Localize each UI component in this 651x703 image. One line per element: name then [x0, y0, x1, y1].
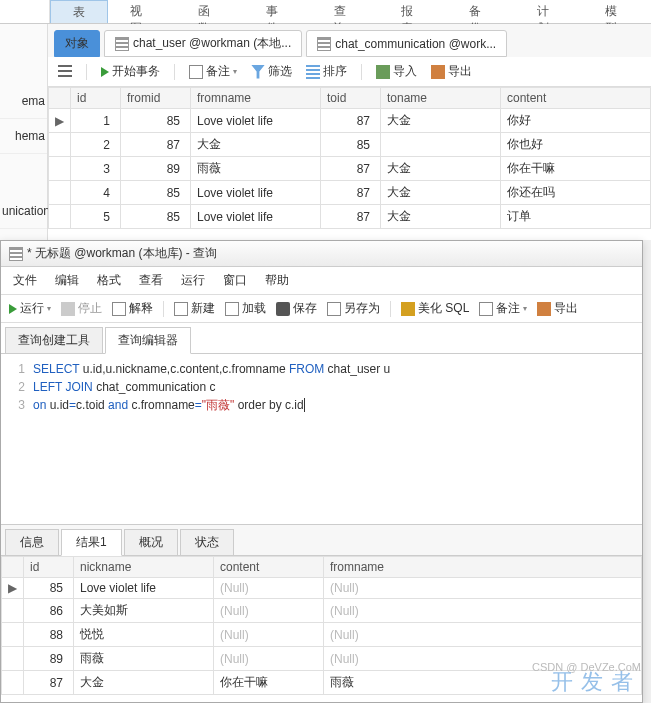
sidebar-item[interactable]: unication — [0, 194, 47, 229]
tab-objects[interactable]: 对象 — [54, 30, 100, 57]
header-row: id fromid fromname toid toname content — [49, 88, 651, 109]
watermark-small: CSDN @ DeVZe.CoM — [532, 661, 641, 673]
begin-transaction-button[interactable]: 开始事务 — [101, 63, 160, 80]
menu-plan[interactable]: 计划 — [515, 0, 583, 23]
result-tabs: 信息 结果1 概况 状态 — [1, 524, 642, 556]
menu-model[interactable]: 模型 — [583, 0, 651, 23]
play-icon — [101, 67, 109, 77]
table-row[interactable]: 87大金你在干嘛雨薇 — [2, 671, 642, 695]
export-button[interactable]: 导出 — [537, 300, 578, 317]
table-icon — [317, 37, 331, 51]
tab-query-builder[interactable]: 查询创建工具 — [5, 327, 103, 353]
window-titlebar[interactable]: * 无标题 @workman (本地库) - 查询 — [1, 241, 642, 267]
object-tabs: 对象 chat_user @workman (本地... chat_commun… — [48, 24, 651, 57]
doc-icon — [479, 302, 493, 316]
stop-button: 停止 — [61, 300, 102, 317]
menu-help[interactable]: 帮助 — [265, 272, 289, 289]
explain-icon — [112, 302, 126, 316]
explain-button[interactable]: 解释 — [112, 300, 153, 317]
save-button[interactable]: 保存 — [276, 300, 317, 317]
table-row[interactable]: 88悦悦(Null)(Null) — [2, 623, 642, 647]
table-row[interactable]: 585Love violet life87大金订单 — [49, 205, 651, 229]
result-grid[interactable]: id nickname content fromname ▶85Love vio… — [1, 556, 642, 695]
funnel-icon — [251, 65, 265, 79]
table-row[interactable]: 389雨薇87大金你在干嘛 — [49, 157, 651, 181]
query-icon — [9, 247, 23, 261]
menu-function[interactable]: 函数 — [176, 0, 244, 23]
top-menu: 表 视图 函数 事件 查询 报表 备份 计划 模型 — [0, 0, 651, 24]
tab-profile[interactable]: 概况 — [124, 529, 178, 555]
table-icon — [115, 37, 129, 51]
query-window: * 无标题 @workman (本地库) - 查询 文件 编辑 格式 查看 运行… — [0, 240, 643, 703]
tab-status[interactable]: 状态 — [180, 529, 234, 555]
tab-query-editor[interactable]: 查询编辑器 — [105, 327, 191, 354]
note-button[interactable]: 备注▾ — [189, 63, 237, 80]
new-button[interactable]: 新建 — [174, 300, 215, 317]
import-icon — [376, 65, 390, 79]
menu-run[interactable]: 运行 — [181, 272, 205, 289]
sql-editor[interactable]: 1SELECT u.id,u.nickname,c.content,c.from… — [1, 354, 642, 524]
load-button[interactable]: 加载 — [225, 300, 266, 317]
menu-edit[interactable]: 编辑 — [55, 272, 79, 289]
menu-view[interactable]: 视图 — [108, 0, 176, 23]
menu-report[interactable]: 报表 — [379, 0, 447, 23]
query-tabs: 查询创建工具 查询编辑器 — [1, 323, 642, 354]
note-button[interactable]: 备注▾ — [479, 300, 527, 317]
sidebar: ema hema unication — [0, 24, 48, 240]
tab-result1[interactable]: 结果1 — [61, 529, 122, 556]
load-icon — [225, 302, 239, 316]
sidebar-item[interactable]: ema — [0, 84, 47, 119]
menu-view[interactable]: 查看 — [139, 272, 163, 289]
sidebar-item[interactable]: hema — [0, 119, 47, 154]
export-icon — [431, 65, 445, 79]
sort-icon — [306, 65, 320, 79]
stop-icon — [61, 302, 75, 316]
menu-icon[interactable] — [58, 65, 72, 79]
menu-query[interactable]: 查询 — [312, 0, 380, 23]
doc-icon — [189, 65, 203, 79]
grid-toolbar: 开始事务 备注▾ 筛选 排序 导入 导出 — [48, 57, 651, 87]
menu-event[interactable]: 事件 — [244, 0, 312, 23]
saveas-icon — [327, 302, 341, 316]
export-icon — [537, 302, 551, 316]
menu-backup[interactable]: 备份 — [447, 0, 515, 23]
query-toolbar: 运行▾ 停止 解释 新建 加载 保存 另存为 美化 SQL 备注▾ 导出 — [1, 295, 642, 323]
beautify-button[interactable]: 美化 SQL — [401, 300, 469, 317]
query-menubar: 文件 编辑 格式 查看 运行 窗口 帮助 — [1, 267, 642, 295]
menu-table[interactable]: 表 — [50, 0, 108, 23]
filter-button[interactable]: 筛选 — [251, 63, 292, 80]
sort-button[interactable]: 排序 — [306, 63, 347, 80]
table-row[interactable]: 86大美如斯(Null)(Null) — [2, 599, 642, 623]
play-icon — [9, 304, 17, 314]
import-button[interactable]: 导入 — [376, 63, 417, 80]
saveas-button[interactable]: 另存为 — [327, 300, 380, 317]
wand-icon — [401, 302, 415, 316]
table-row[interactable]: 485Love violet life87大金你还在吗 — [49, 181, 651, 205]
menu-window[interactable]: 窗口 — [223, 272, 247, 289]
tab-chat-user[interactable]: chat_user @workman (本地... — [104, 30, 302, 57]
table-row[interactable]: ▶85Love violet life(Null)(Null) — [2, 578, 642, 599]
tab-info[interactable]: 信息 — [5, 529, 59, 555]
table-row[interactable]: ▶185Love violet life87大金你好 — [49, 109, 651, 133]
data-grid[interactable]: id fromid fromname toid toname content ▶… — [48, 87, 651, 229]
table-row[interactable]: 287大金85你也好 — [49, 133, 651, 157]
save-icon — [276, 302, 290, 316]
menu-format[interactable]: 格式 — [97, 272, 121, 289]
run-button[interactable]: 运行▾ — [9, 300, 51, 317]
new-icon — [174, 302, 188, 316]
window-title: * 无标题 @workman (本地库) - 查询 — [27, 245, 217, 262]
header-row: id nickname content fromname — [2, 557, 642, 578]
menu-file[interactable]: 文件 — [13, 272, 37, 289]
tab-chat-communication[interactable]: chat_communication @work... — [306, 30, 507, 57]
export-button[interactable]: 导出 — [431, 63, 472, 80]
